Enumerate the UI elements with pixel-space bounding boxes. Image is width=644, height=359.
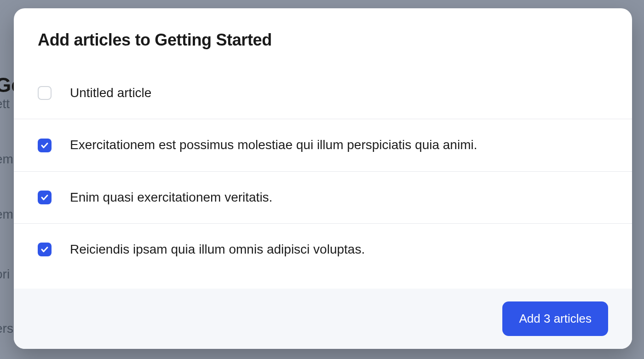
- check-icon: [40, 141, 49, 150]
- backdrop-text: ett: [0, 97, 10, 111]
- dialog-header: Add articles to Getting Started: [14, 8, 632, 67]
- article-checkbox[interactable]: [38, 139, 52, 152]
- dialog-footer: Add 3 articles: [14, 289, 632, 349]
- article-row[interactable]: Reiciendis ipsam quia illum omnis adipis…: [14, 224, 632, 275]
- backdrop-text: ers: [0, 321, 13, 336]
- article-row[interactable]: Enim quasi exercitationem veritatis.: [14, 172, 632, 224]
- backdrop-text: em: [0, 207, 13, 222]
- article-checkbox[interactable]: [38, 86, 52, 100]
- article-row[interactable]: Exercitationem est possimus molestiae qu…: [14, 119, 632, 171]
- article-title: Untitled article: [70, 85, 151, 101]
- check-icon: [40, 245, 49, 254]
- article-title: Exercitationem est possimus molestiae qu…: [70, 137, 477, 153]
- article-checkbox[interactable]: [38, 191, 52, 204]
- article-title: Enim quasi exercitationem veritatis.: [70, 189, 272, 206]
- article-checkbox[interactable]: [38, 243, 52, 256]
- backdrop-text: em: [0, 152, 13, 167]
- check-icon: [40, 193, 49, 202]
- add-articles-dialog: Add articles to Getting Started Untitled…: [14, 8, 632, 349]
- article-row[interactable]: Untitled article: [14, 67, 632, 119]
- dialog-title: Add articles to Getting Started: [38, 30, 608, 50]
- article-list: Untitled article Exercitationem est poss…: [14, 67, 632, 289]
- backdrop-text: ori: [0, 267, 10, 282]
- article-title: Reiciendis ipsam quia illum omnis adipis…: [70, 241, 365, 258]
- add-articles-button[interactable]: Add 3 articles: [502, 301, 608, 336]
